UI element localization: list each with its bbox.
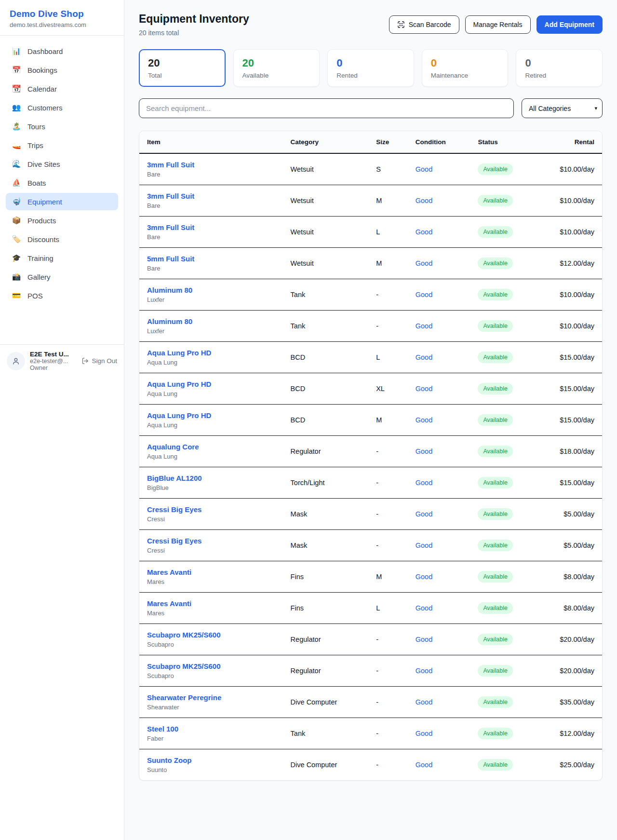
item-condition-link[interactable]: Good bbox=[408, 217, 470, 248]
sidebar-item-gallery[interactable]: 📸 Gallery bbox=[6, 268, 118, 285]
sidebar-item-trips[interactable]: 🚤 Trips bbox=[6, 136, 118, 154]
item-name-link[interactable]: Steel 100 bbox=[147, 725, 275, 733]
sidebar-item-equipment[interactable]: 🤿 Equipment bbox=[6, 193, 118, 210]
table-row: Cressi Big Eyes Cressi Mask - Good Avail… bbox=[139, 530, 602, 561]
add-equipment-button[interactable]: Add Equipment bbox=[537, 15, 603, 34]
sidebar-item-customers[interactable]: 👥 Customers bbox=[6, 99, 118, 116]
sidebar-item-products[interactable]: 📦 Products bbox=[6, 212, 118, 229]
stat-card-available[interactable]: 20 Available bbox=[233, 49, 320, 87]
brand-name: Demo Dive Shop bbox=[10, 9, 114, 19]
item-condition-link[interactable]: Good bbox=[408, 687, 470, 718]
item-condition-link[interactable]: Good bbox=[408, 624, 470, 655]
item-condition-link[interactable]: Good bbox=[408, 248, 470, 279]
user-name: E2E Test U... bbox=[30, 351, 77, 358]
stat-card-retired[interactable]: 0 Retired bbox=[516, 49, 603, 87]
item-name-link[interactable]: Scubapro MK25/S600 bbox=[147, 662, 275, 670]
item-brand: Bare bbox=[147, 265, 275, 272]
item-name-link[interactable]: Aluminum 80 bbox=[147, 317, 275, 325]
item-name-link[interactable]: Aqualung Core bbox=[147, 443, 275, 451]
status-badge: Available bbox=[478, 571, 513, 583]
item-condition-link[interactable]: Good bbox=[408, 279, 470, 311]
item-rental-rate: $35.00/day bbox=[539, 687, 602, 718]
sidebar-item-dashboard[interactable]: 📊 Dashboard bbox=[6, 42, 118, 60]
sidebar-item-boats[interactable]: ⛵ Boats bbox=[6, 174, 118, 191]
column-header-condition: Condition bbox=[408, 131, 470, 153]
item-name-link[interactable]: 5mm Full Suit bbox=[147, 255, 275, 263]
item-name-link[interactable]: 3mm Full Suit bbox=[147, 223, 275, 231]
item-name-link[interactable]: 3mm Full Suit bbox=[147, 161, 275, 169]
item-size: L bbox=[368, 342, 408, 373]
status-badge: Available bbox=[478, 728, 513, 739]
item-name-link[interactable]: Aqua Lung Pro HD bbox=[147, 380, 275, 388]
item-condition-link[interactable]: Good bbox=[408, 749, 470, 781]
sidebar-item-bookings[interactable]: 📅 Bookings bbox=[6, 61, 118, 79]
nav-item-label: Bookings bbox=[27, 66, 57, 74]
stat-card-maintenance[interactable]: 0 Maintenance bbox=[422, 49, 509, 87]
status-badge: Available bbox=[478, 634, 513, 645]
items-total-count: 20 items total bbox=[139, 29, 249, 37]
table-row: Aqua Lung Pro HD Aqua Lung BCD XL Good A… bbox=[139, 373, 602, 405]
status-badge: Available bbox=[478, 226, 513, 238]
table-row: Cressi Big Eyes Cressi Mask - Good Avail… bbox=[139, 499, 602, 530]
item-condition-link[interactable]: Good bbox=[408, 311, 470, 342]
equipment-table-card: Item Category Size Condition Status Rent… bbox=[139, 131, 603, 781]
scan-barcode-button[interactable]: Scan Barcode bbox=[389, 15, 459, 34]
item-rental-rate: $25.00/day bbox=[539, 749, 602, 781]
item-name-link[interactable]: 3mm Full Suit bbox=[147, 192, 275, 200]
item-size: - bbox=[368, 499, 408, 530]
stat-value: 0 bbox=[336, 57, 405, 69]
item-name-link[interactable]: Aqua Lung Pro HD bbox=[147, 349, 275, 357]
item-size: - bbox=[368, 279, 408, 311]
item-name-link[interactable]: Mares Avanti bbox=[147, 599, 275, 608]
item-name-link[interactable]: Scubapro MK25/S600 bbox=[147, 631, 275, 639]
item-condition-link[interactable]: Good bbox=[408, 153, 470, 185]
sign-out-button[interactable]: Sign Out bbox=[81, 357, 117, 365]
item-brand: Shearwater bbox=[147, 704, 275, 711]
manage-rentals-button[interactable]: Manage Rentals bbox=[465, 15, 531, 34]
item-condition-link[interactable]: Good bbox=[408, 561, 470, 593]
item-name-link[interactable]: Aqua Lung Pro HD bbox=[147, 411, 275, 420]
item-name-link[interactable]: BigBlue AL1200 bbox=[147, 474, 275, 482]
item-condition-link[interactable]: Good bbox=[408, 436, 470, 467]
item-condition-link[interactable]: Good bbox=[408, 593, 470, 624]
item-condition-link[interactable]: Good bbox=[408, 405, 470, 436]
item-brand: Scubapro bbox=[147, 641, 275, 648]
sidebar-item-pos[interactable]: 💳 POS bbox=[6, 287, 118, 304]
search-input[interactable] bbox=[139, 98, 514, 118]
item-condition-link[interactable]: Good bbox=[408, 373, 470, 405]
item-size: - bbox=[368, 655, 408, 687]
category-select[interactable]: All Categories bbox=[522, 98, 603, 118]
item-condition-link[interactable]: Good bbox=[408, 342, 470, 373]
item-name-link[interactable]: Mares Avanti bbox=[147, 568, 275, 576]
nav-item-label: Calendar bbox=[27, 85, 57, 93]
item-condition-link[interactable]: Good bbox=[408, 530, 470, 561]
sidebar-item-training[interactable]: 🎓 Training bbox=[6, 249, 118, 267]
status-badge: Available bbox=[478, 696, 513, 708]
item-name-link[interactable]: Cressi Big Eyes bbox=[147, 537, 275, 545]
item-condition-link[interactable]: Good bbox=[408, 718, 470, 749]
item-name-link[interactable]: Suunto Zoop bbox=[147, 756, 275, 764]
item-condition-link[interactable]: Good bbox=[408, 499, 470, 530]
item-condition-link[interactable]: Good bbox=[408, 467, 470, 499]
table-header: Item Category Size Condition Status Rent… bbox=[139, 131, 602, 153]
item-size: M bbox=[368, 405, 408, 436]
item-condition-link[interactable]: Good bbox=[408, 655, 470, 687]
item-category: Tank bbox=[283, 279, 369, 311]
equipment-table: Item Category Size Condition Status Rent… bbox=[139, 131, 602, 780]
sidebar-item-dive-sites[interactable]: 🌊 Dive Sites bbox=[6, 155, 118, 173]
item-condition-link[interactable]: Good bbox=[408, 185, 470, 217]
sidebar-item-calendar[interactable]: 📆 Calendar bbox=[6, 80, 118, 97]
stat-label: Rented bbox=[336, 72, 405, 79]
sidebar-item-discounts[interactable]: 🏷️ Discounts bbox=[6, 230, 118, 248]
item-brand: Bare bbox=[147, 202, 275, 209]
sidebar-item-tours[interactable]: 🏝️ Tours bbox=[6, 118, 118, 135]
item-brand: Cressi bbox=[147, 515, 275, 523]
item-name-link[interactable]: Shearwater Peregrine bbox=[147, 693, 275, 702]
stat-card-total[interactable]: 20 Total bbox=[139, 49, 226, 87]
status-badge: Available bbox=[478, 759, 513, 771]
stat-card-rented[interactable]: 0 Rented bbox=[327, 49, 414, 87]
item-category: Wetsuit bbox=[283, 185, 369, 217]
item-name-link[interactable]: Aluminum 80 bbox=[147, 286, 275, 294]
status-badge: Available bbox=[478, 163, 513, 175]
item-name-link[interactable]: Cressi Big Eyes bbox=[147, 505, 275, 514]
